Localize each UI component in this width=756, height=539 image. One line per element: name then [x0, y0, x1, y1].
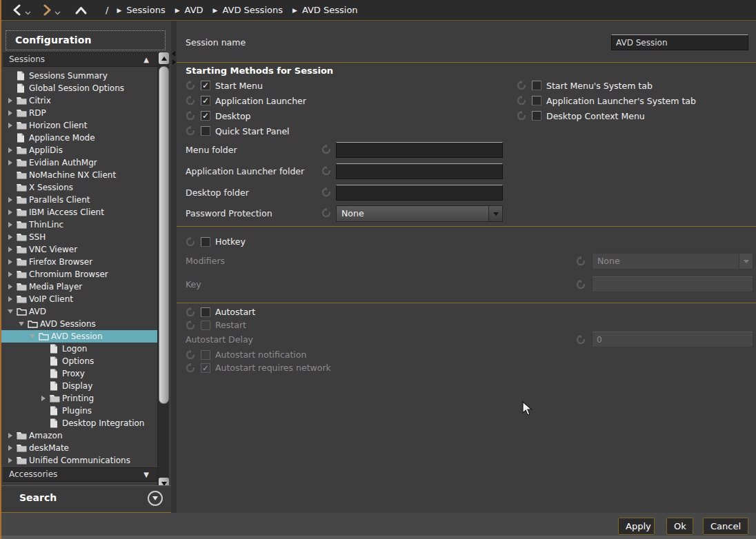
- expand-section-icon[interactable]: ▼: [143, 468, 149, 481]
- revert-icon[interactable]: [185, 363, 196, 374]
- revert-icon[interactable]: [321, 187, 332, 198]
- session-name-input[interactable]: [611, 34, 748, 50]
- revert-icon[interactable]: [516, 80, 527, 91]
- expand-arrow-icon[interactable]: [6, 272, 15, 277]
- tree-item-unified-communications[interactable]: Unified Communications: [1, 454, 157, 467]
- expand-arrow-icon[interactable]: [6, 458, 15, 463]
- back-icon[interactable]: [11, 2, 23, 19]
- expand-arrow-icon[interactable]: [6, 210, 15, 215]
- scrollbar-up-icon[interactable]: [159, 52, 169, 64]
- checkbox-desktop[interactable]: ✓: [201, 111, 210, 121]
- tree-item-avd[interactable]: AVD: [1, 305, 157, 318]
- up-level-icon[interactable]: [74, 2, 88, 19]
- collapse-arrow-icon[interactable]: [28, 334, 37, 338]
- apply-button[interactable]: Apply: [618, 518, 655, 535]
- revert-icon[interactable]: [185, 320, 196, 331]
- checkbox-quick-start-panel[interactable]: [201, 126, 210, 136]
- checkbox-autostart[interactable]: [201, 307, 210, 317]
- menu-folder-input[interactable]: [336, 142, 503, 158]
- expand-arrow-icon[interactable]: [6, 160, 15, 165]
- tree-item-voip-client[interactable]: VoIP Client: [1, 293, 157, 305]
- tree-item-ssh[interactable]: SSH: [1, 231, 157, 243]
- expand-arrow-icon[interactable]: [6, 259, 15, 265]
- tree-item-logon[interactable]: Logon: [1, 343, 157, 355]
- back-history-dropdown-icon[interactable]: [25, 5, 31, 18]
- checkbox-start-menu[interactable]: ✓: [201, 81, 210, 90]
- expand-arrow-icon[interactable]: [6, 296, 15, 302]
- sessions-section-header[interactable]: Sessions ▲: [3, 52, 157, 67]
- application-launcher-folder-input[interactable]: [336, 163, 503, 179]
- tree-item-appliance-mode[interactable]: Appliance Mode: [1, 132, 157, 144]
- expand-arrow-icon[interactable]: [6, 123, 15, 128]
- revert-icon[interactable]: [321, 144, 332, 155]
- scrollbar-thumb[interactable]: [159, 66, 169, 404]
- breadcrumb-item-sessions[interactable]: ▶Sessions: [117, 5, 165, 15]
- breadcrumb-root[interactable]: /: [106, 5, 108, 15]
- tree-item-nomachine-nx-client[interactable]: NoMachine NX Client: [1, 169, 157, 181]
- revert-icon[interactable]: [516, 110, 527, 121]
- revert-icon[interactable]: [185, 307, 196, 318]
- expand-arrow-icon[interactable]: [6, 433, 15, 438]
- checkbox-application-launcher-s-system-tab[interactable]: [532, 96, 541, 105]
- tree-item-x-sessions[interactable]: X Sessions: [1, 181, 157, 194]
- revert-icon[interactable]: [575, 334, 586, 345]
- expand-arrow-icon[interactable]: [6, 197, 15, 203]
- dropdown-arrow-icon[interactable]: [488, 206, 502, 221]
- tree-item-display[interactable]: Display: [1, 380, 157, 392]
- tree-item-horizon-client[interactable]: Horizon Client: [1, 119, 157, 132]
- revert-icon[interactable]: [185, 236, 196, 247]
- breadcrumb-item-avd[interactable]: ▶AVD: [175, 5, 203, 15]
- tree-item-evidian-authmgr[interactable]: Evidian AuthMgr: [1, 156, 157, 169]
- desktop-folder-input[interactable]: [336, 185, 503, 201]
- expand-arrow-icon[interactable]: [6, 234, 15, 240]
- tree-item-firefox-browser[interactable]: Firefox Browser: [1, 256, 157, 268]
- collapse-arrow-icon[interactable]: [6, 309, 15, 314]
- tree-item-global-session-options[interactable]: Global Session Options: [1, 82, 157, 94]
- checkbox-hotkey[interactable]: [201, 237, 210, 247]
- revert-icon[interactable]: [575, 279, 586, 290]
- revert-icon[interactable]: [185, 110, 196, 121]
- expand-arrow-icon[interactable]: [39, 396, 48, 401]
- tree-item-printing[interactable]: Printing: [1, 392, 157, 405]
- sidebar-splitter[interactable]: [171, 21, 177, 513]
- breadcrumb-item-avd-sessions[interactable]: ▶AVD Sessions: [213, 5, 283, 15]
- revert-icon[interactable]: [516, 95, 527, 106]
- tree-item-chromium-browser[interactable]: Chromium Browser: [1, 268, 157, 281]
- breadcrumb-item-avd-session[interactable]: ▶AVD Session: [292, 5, 358, 15]
- revert-icon[interactable]: [321, 165, 332, 176]
- revert-icon[interactable]: [185, 80, 196, 91]
- tree-item-media-player[interactable]: Media Player: [1, 281, 157, 293]
- tree-item-amazon[interactable]: Amazon: [1, 429, 157, 442]
- tree-item-proxy[interactable]: Proxy: [1, 367, 157, 380]
- revert-icon[interactable]: [321, 207, 332, 218]
- revert-icon[interactable]: [185, 349, 196, 360]
- tree-item-citrix[interactable]: Citrix: [1, 94, 157, 107]
- expand-arrow-icon[interactable]: [6, 222, 15, 227]
- tree-scrollbar[interactable]: [157, 52, 169, 489]
- expand-arrow-icon[interactable]: [6, 445, 15, 451]
- revert-icon[interactable]: [185, 125, 196, 136]
- expand-arrow-icon[interactable]: [6, 284, 15, 289]
- collapse-arrow-icon[interactable]: [17, 322, 26, 326]
- tree-item-vnc-viewer[interactable]: VNC Viewer: [1, 243, 157, 256]
- tree-item-desktop-integration[interactable]: Desktop Integration: [1, 417, 157, 429]
- checkbox-application-launcher[interactable]: ✓: [201, 96, 210, 105]
- expand-arrow-icon[interactable]: [6, 247, 15, 252]
- tree-item-avd-sessions[interactable]: AVD Sessions: [1, 318, 157, 330]
- cancel-button[interactable]: Cancel: [703, 518, 748, 535]
- tree-item-sessions-summary[interactable]: Sessions Summary: [1, 70, 157, 82]
- revert-icon[interactable]: [575, 256, 586, 267]
- tree-item-rdp[interactable]: RDP: [1, 107, 157, 119]
- tree-item-avd-session[interactable]: AVD Session: [1, 330, 157, 343]
- tree-item-parallels-client[interactable]: Parallels Client: [1, 194, 157, 206]
- expand-arrow-icon[interactable]: [6, 110, 15, 116]
- accessories-section-header[interactable]: Accessories ▼: [3, 467, 157, 482]
- tree-item-plugins[interactable]: Plugins: [1, 405, 157, 417]
- tree-item-deskmate[interactable]: deskMate: [1, 442, 157, 454]
- tree-item-options[interactable]: Options: [1, 355, 157, 367]
- tree-item-applidis[interactable]: AppliDis: [1, 144, 157, 156]
- expand-arrow-icon[interactable]: [6, 148, 15, 153]
- forward-history-dropdown-icon[interactable]: [54, 5, 61, 18]
- checkbox-start-menu-s-system-tab[interactable]: [532, 81, 541, 90]
- password-protection-select[interactable]: None: [336, 205, 503, 222]
